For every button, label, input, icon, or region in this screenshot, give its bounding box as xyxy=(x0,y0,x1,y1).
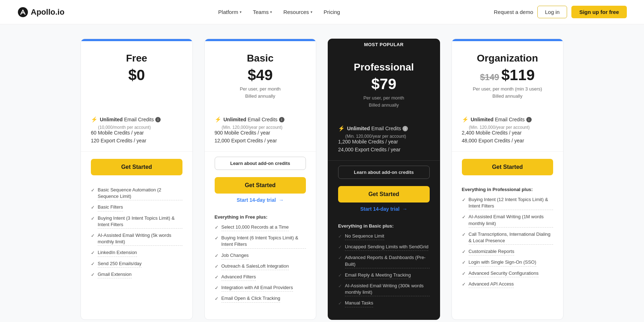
trial-link-professional[interactable]: Start 14-day trial → xyxy=(338,206,430,212)
feature-item: ✓ Advanced Filters xyxy=(215,274,306,281)
email-credits-row: ⚡ Unlimited Email Credits i xyxy=(215,116,306,123)
chevron-down-icon: ▾ xyxy=(311,10,312,14)
request-demo-button[interactable]: Request a demo xyxy=(494,9,533,15)
feature-item: ✓ Send 250 Emails/day xyxy=(91,260,182,268)
plan-name-basic: Basic xyxy=(215,53,306,64)
feature-item: ✓ Advanced Reports & Dashboards (Pre-Bui… xyxy=(338,254,430,268)
nav-links: Platform ▾ Teams ▾ Resources ▾ Pricing xyxy=(218,9,340,15)
mobile-credits-row: 60 Mobile Credits / year xyxy=(91,130,182,136)
bolt-icon: ⚡ xyxy=(462,116,469,123)
feature-item: ✓ AI-Assisted Email Writing (300k words … xyxy=(338,283,430,296)
chevron-down-icon: ▾ xyxy=(270,10,272,14)
feature-text: AI-Assisted Email Writing (5k words mont… xyxy=(98,232,182,246)
feature-item: ✓ Integration with All Email Providers xyxy=(215,284,306,292)
check-icon: ✓ xyxy=(215,224,219,231)
feature-text: Basic Filters xyxy=(98,204,123,211)
check-icon: ✓ xyxy=(215,285,219,291)
mobile-credits-row: 900 Mobile Credits / year xyxy=(215,130,306,136)
price-original-organization: $149 xyxy=(480,72,499,82)
signup-button[interactable]: Sign up for free xyxy=(571,6,627,18)
chevron-down-icon: ▾ xyxy=(240,10,241,14)
plan-card-organization: Organization$149$119Per user, per month … xyxy=(452,39,564,320)
check-icon: ✓ xyxy=(338,283,342,289)
check-icon: ✓ xyxy=(215,274,219,280)
plan-action-professional: Get StartedStart 14-day trial → xyxy=(328,179,440,218)
feature-text: Advanced Filters xyxy=(221,274,256,281)
feature-text: Buying Intent (3 Intent Topics Limit) & … xyxy=(98,215,182,229)
check-icon: ✓ xyxy=(215,235,219,241)
email-credits-row: ⚡ Unlimited Email Credits i xyxy=(462,116,553,123)
login-button[interactable]: Log in xyxy=(537,6,567,18)
plan-features-basic: Everything in Free plus: ✓ Select 10,000… xyxy=(205,209,316,319)
feature-text: Advanced API Access xyxy=(469,281,514,288)
email-credits-sub: (Min. 120,000/year per account) xyxy=(222,125,306,130)
feature-item: ✓ Select 10,000 Records at a Time xyxy=(215,224,306,231)
get-started-button-organization[interactable]: Get Started xyxy=(462,159,553,175)
get-started-button-professional[interactable]: Get Started xyxy=(338,186,430,203)
feature-item: ✓ Job Changes xyxy=(215,252,306,259)
feature-text: AI-Assisted Email Writing (300k words mo… xyxy=(345,283,430,296)
email-credits-sub: (10,000/month per account) xyxy=(98,125,182,130)
plan-credits-free: ⚡ Unlimited Email Credits i (10,000/mont… xyxy=(81,116,192,152)
plan-credits-professional: ⚡ Unlimited Email Credits i (Min. 120,00… xyxy=(328,125,440,161)
features-heading-professional: Everything in Basic plus: xyxy=(338,223,430,229)
check-icon: ✓ xyxy=(91,261,95,267)
feature-text: No Sequence Limit xyxy=(345,233,384,240)
plan-name-free: Free xyxy=(91,53,182,64)
check-icon: ✓ xyxy=(338,233,342,240)
addon-credits-button[interactable]: Learn about add-on credits xyxy=(215,157,306,170)
feature-item: ✓ Advanced API Access xyxy=(462,281,553,288)
plan-header-basic: Basic$49Per user, per monthBilled annual… xyxy=(205,41,316,116)
feature-item: ✓ Basic Sequence Automation (2 Sequence … xyxy=(91,187,182,200)
plan-price-professional: $79 xyxy=(338,76,430,92)
feature-text: Login with Single Sign-On (SSO) xyxy=(469,259,536,266)
feature-text: Email Reply & Meeting Tracking xyxy=(345,272,411,279)
plan-features-organization: Everything in Professional plus: ✓ Buyin… xyxy=(452,181,564,319)
info-icon[interactable]: i xyxy=(526,117,532,122)
feature-text: Email Open & Click Tracking xyxy=(221,295,280,302)
feature-item: ✓ AI-Assisted Email Writing (5k words mo… xyxy=(91,232,182,246)
check-icon: ✓ xyxy=(462,231,466,238)
nav-pricing[interactable]: Pricing xyxy=(324,9,340,15)
plan-header-free: Free$0 xyxy=(81,41,192,116)
feature-item: ✓ Buying Intent (12 Intent Topics Limit)… xyxy=(462,196,553,210)
feature-text: Outreach & SalesLoft Integration xyxy=(221,263,289,270)
check-icon: ✓ xyxy=(338,272,342,279)
plan-card-professional: Most popularProfessional$79Per user, per… xyxy=(328,39,440,320)
feature-item: ✓ Manual Tasks xyxy=(338,300,430,307)
plan-card-basic: Basic$49Per user, per monthBilled annual… xyxy=(204,39,317,320)
plan-price-organization: $149$119 xyxy=(462,67,553,83)
feature-text: Buying Intent (12 Intent Topics Limit) &… xyxy=(469,196,553,210)
check-icon: ✓ xyxy=(215,296,219,302)
check-icon: ✓ xyxy=(91,215,95,222)
feature-text: Advanced Security Configurations xyxy=(469,270,539,277)
mobile-credits-row: 2,400 Mobile Credits / year xyxy=(462,130,553,136)
plan-name-professional: Professional xyxy=(338,62,430,73)
check-icon: ✓ xyxy=(91,250,95,256)
info-icon[interactable]: i xyxy=(155,117,161,122)
check-icon: ✓ xyxy=(338,300,342,307)
plan-billing-professional: Per user, per monthBilled annually xyxy=(338,94,430,108)
feature-text: Advanced Reports & Dashboards (Pre-Built… xyxy=(345,254,430,268)
feature-text: Customizable Reports xyxy=(469,248,514,255)
feature-item: ✓ Gmail Extension xyxy=(91,271,182,278)
trial-link-basic[interactable]: Start 14-day trial → xyxy=(215,197,306,203)
info-icon[interactable]: i xyxy=(279,117,284,122)
get-started-button-basic[interactable]: Get Started xyxy=(215,177,306,194)
nav-resources[interactable]: Resources ▾ xyxy=(283,9,312,15)
info-icon[interactable]: i xyxy=(402,126,408,131)
addon-credits-button[interactable]: Learn about add-on credits xyxy=(338,166,430,179)
feature-text: Buying Intent (6 Intent Topics Limit) & … xyxy=(221,235,306,248)
feature-text: Basic Sequence Automation (2 Sequence Li… xyxy=(98,187,182,200)
plan-price-free: $0 xyxy=(91,67,182,83)
nav-teams[interactable]: Teams ▾ xyxy=(253,9,272,15)
nav-platform[interactable]: Platform ▾ xyxy=(218,9,241,15)
plan-card-free: Free$0 ⚡ Unlimited Email Credits i (10,0… xyxy=(80,39,193,320)
plan-billing-organization: Per user, per month (min 3 users)Billed … xyxy=(462,86,553,99)
get-started-button-free[interactable]: Get Started xyxy=(91,159,182,175)
plan-credits-basic: ⚡ Unlimited Email Credits i (Min. 120,00… xyxy=(205,116,316,152)
check-icon: ✓ xyxy=(338,255,342,261)
logo[interactable]: Apollo.io xyxy=(17,6,64,18)
bolt-icon: ⚡ xyxy=(91,116,98,123)
features-heading-organization: Everything in Professional plus: xyxy=(462,187,553,192)
